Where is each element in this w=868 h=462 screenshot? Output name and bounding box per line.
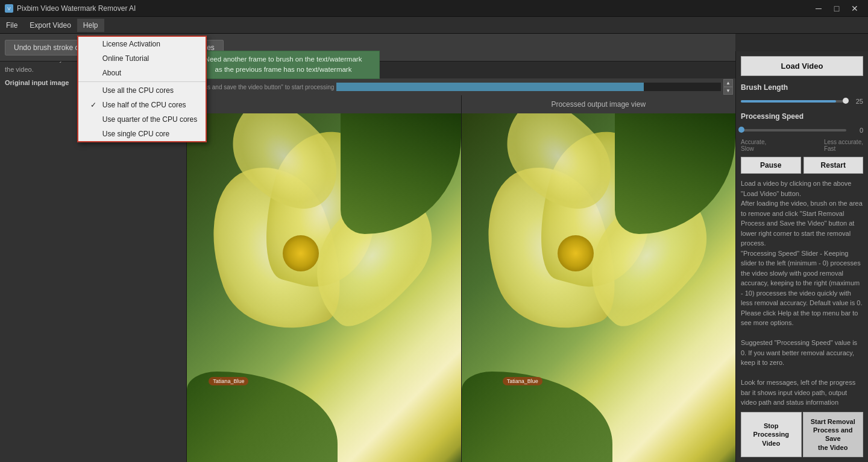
menu-use-single-cpu[interactable]: Use single CPU core <box>78 127 206 141</box>
center-video-area: Need another frame to brush on the text/… <box>187 51 735 462</box>
brush-length-track[interactable] <box>741 100 846 103</box>
pause-restart-buttons: Pause Restart <box>741 157 863 174</box>
watermark-tag-right: Tatiana_Blue <box>503 377 542 385</box>
notification-tooltip: Need another frame to brush on the text/… <box>187 51 380 79</box>
menu-file[interactable]: File <box>0 19 24 32</box>
svg-text:V: V <box>7 6 11 11</box>
input-flower-scene: Tatiana_Blue <box>187 113 461 462</box>
brush-length-fill <box>741 100 836 103</box>
menu-license-activation[interactable]: License Activation <box>78 37 206 51</box>
brush-length-label: Brush Length <box>741 83 863 92</box>
bottom-action-buttons: Stop ProcessingVideo Start RemovalProces… <box>741 412 863 457</box>
video-header-row: Processed output image view <box>187 95 735 113</box>
speed-label-left: Accurate,Slow <box>741 139 766 152</box>
progress-bar-fill <box>336 83 644 91</box>
menu-bar: File Export Video Help License Activatio… <box>0 17 868 34</box>
help-dropdown-menu: License Activation Online Tutorial About… <box>77 36 207 142</box>
menu-export-video[interactable]: Export Video <box>24 19 77 32</box>
menu-online-tutorial[interactable]: Online Tutorial <box>78 51 206 66</box>
minimize-button[interactable]: ─ <box>810 2 827 15</box>
window-title: Pixbim Video Watermark Remover AI <box>17 4 136 13</box>
output-video-panel[interactable]: Tatiana_Blue <box>462 113 736 462</box>
load-video-button[interactable]: Load Video <box>741 56 863 76</box>
restart-button[interactable]: Restart <box>804 157 864 174</box>
processing-speed-slider-container: 0 <box>741 127 863 134</box>
menu-divider1 <box>78 81 206 82</box>
app-icon: V <box>5 4 13 13</box>
speed-label-right: Less accurate,Fast <box>824 139 863 152</box>
title-bar-left: V Pixbim Video Watermark Remover AI <box>5 4 136 13</box>
menu-help-wrapper: Help License Activation Online Tutorial … <box>77 19 104 32</box>
menu-use-all-cpu[interactable]: Use all the CPU cores <box>78 83 206 98</box>
info-text-area: Load a video by clicking on the above "L… <box>741 179 863 407</box>
progress-bar-track <box>336 83 721 91</box>
processing-speed-track[interactable] <box>741 129 846 131</box>
pause-button[interactable]: Pause <box>741 157 801 174</box>
input-video-panel[interactable]: Tatiana_Blue <box>187 113 462 462</box>
stamen-right <box>558 235 594 271</box>
output-video-label: Processed output image view <box>462 95 736 113</box>
progress-instruction-text: process and save the video button" to st… <box>189 84 334 90</box>
processing-speed-value: 0 <box>849 127 863 134</box>
start-removal-button[interactable]: Start RemovalProcess and Savethe Video <box>803 412 864 457</box>
brush-length-thumb[interactable] <box>843 98 849 104</box>
menu-use-half-cpu[interactable]: ✓ Use half of the CPU cores <box>78 98 206 112</box>
processing-speed-label: Processing Speed <box>741 112 863 121</box>
close-button[interactable]: ✕ <box>846 2 863 15</box>
title-bar: V Pixbim Video Watermark Remover AI ─ □ … <box>0 0 868 17</box>
title-bar-controls: ─ □ ✕ <box>810 2 863 15</box>
main-wrapper: File Export Video Help License Activatio… <box>0 17 868 462</box>
scroll-up-arrow[interactable]: ▲ <box>723 79 733 87</box>
input-video-label <box>187 95 462 113</box>
speed-labels: Accurate,Slow Less accurate,Fast <box>741 139 863 152</box>
output-flower-scene: Tatiana_Blue <box>462 113 736 462</box>
brush-length-slider-container: 25 <box>741 98 863 105</box>
right-sidebar: Load Video Brush Length 25 Processing Sp… <box>735 51 868 462</box>
scroll-down-arrow[interactable]: ▼ <box>723 87 733 95</box>
brush-instruction-text2: the video. <box>5 66 34 73</box>
menu-about[interactable]: About <box>78 66 206 80</box>
brush-length-value: 25 <box>849 98 863 105</box>
processing-speed-thumb[interactable] <box>738 127 744 133</box>
menu-help[interactable]: Help <box>77 19 104 32</box>
maximize-button[interactable]: □ <box>828 2 845 15</box>
check-half: ✓ <box>90 101 99 109</box>
notification-text: Need another frame to brush on the text/… <box>205 55 362 73</box>
watermark-tag-left: Tatiana_Blue <box>209 377 248 385</box>
progress-bar-row: process and save the video button" to st… <box>187 78 735 95</box>
video-display: Tatiana_Blue <box>187 113 735 462</box>
stamen-left <box>283 235 319 271</box>
stop-processing-button[interactable]: Stop ProcessingVideo <box>741 412 802 457</box>
progress-scroll-controls: ▲ ▼ <box>723 79 733 95</box>
menu-use-quarter-cpu[interactable]: Use quarter of the CPU cores <box>78 112 206 127</box>
